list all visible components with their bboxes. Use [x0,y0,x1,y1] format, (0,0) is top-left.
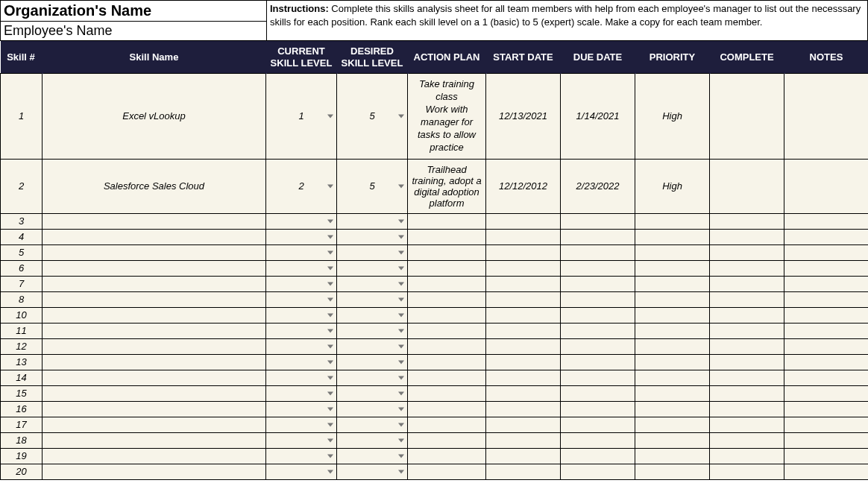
cell-complete[interactable] [710,307,784,323]
cell-due-date[interactable] [561,213,635,229]
dropdown-arrow-icon[interactable] [398,235,404,239]
cell-action-plan[interactable]: Take training classWork with manager for… [408,74,486,159]
cell-due-date[interactable] [561,323,635,338]
cell-start-date[interactable] [486,401,561,417]
cell-desired-level[interactable] [337,260,408,276]
cell-current-level[interactable] [266,260,337,276]
dropdown-arrow-icon[interactable] [327,391,333,395]
cell-complete[interactable] [710,159,784,213]
cell-priority[interactable] [635,417,710,432]
cell-complete[interactable] [710,244,784,260]
cell-priority[interactable] [635,276,710,291]
cell-due-date[interactable] [561,229,635,244]
cell-skill-number[interactable]: 12 [1,338,43,354]
cell-notes[interactable] [784,291,869,307]
cell-skill-name[interactable]: Salesforce Sales Cloud [43,159,266,213]
cell-priority[interactable] [635,464,710,479]
cell-complete[interactable] [710,448,784,464]
cell-priority[interactable] [635,370,710,385]
cell-current-level[interactable]: 2 [266,159,337,213]
cell-complete[interactable] [710,338,784,354]
cell-current-level[interactable] [266,401,337,417]
cell-notes[interactable] [784,307,869,323]
cell-desired-level[interactable] [337,244,408,260]
dropdown-arrow-icon[interactable] [398,313,404,317]
cell-skill-name[interactable] [43,260,266,276]
cell-action-plan[interactable] [408,229,486,244]
cell-due-date[interactable] [561,464,635,479]
cell-skill-number[interactable]: 1 [1,74,43,159]
cell-current-level[interactable] [266,291,337,307]
dropdown-arrow-icon[interactable] [398,438,404,442]
cell-complete[interactable] [710,260,784,276]
dropdown-arrow-icon[interactable] [327,407,333,411]
dropdown-arrow-icon[interactable] [398,219,404,223]
cell-priority[interactable] [635,323,710,338]
cell-start-date[interactable]: 12/12/2012 [486,159,561,213]
dropdown-arrow-icon[interactable] [398,282,404,285]
dropdown-arrow-icon[interactable] [327,344,333,348]
dropdown-arrow-icon[interactable] [398,423,404,426]
cell-start-date[interactable] [486,323,561,338]
cell-current-level[interactable] [266,417,337,432]
cell-skill-number[interactable]: 13 [1,354,43,370]
cell-desired-level[interactable] [337,323,408,338]
dropdown-arrow-icon[interactable] [398,454,404,458]
cell-action-plan[interactable]: Trailhead training, adopt a digital adop… [408,159,486,213]
cell-desired-level[interactable] [337,213,408,229]
cell-skill-number[interactable]: 10 [1,307,43,323]
cell-priority[interactable] [635,385,710,401]
cell-due-date[interactable]: 1/14/2021 [561,74,635,159]
dropdown-arrow-icon[interactable] [327,454,333,458]
cell-notes[interactable] [784,401,869,417]
cell-skill-name[interactable] [43,401,266,417]
cell-priority[interactable]: High [635,74,710,159]
cell-desired-level[interactable] [337,338,408,354]
cell-complete[interactable] [710,432,784,448]
cell-priority[interactable] [635,307,710,323]
cell-start-date[interactable] [486,370,561,385]
cell-action-plan[interactable] [408,464,486,479]
cell-skill-number[interactable]: 2 [1,159,43,213]
cell-desired-level[interactable] [337,401,408,417]
cell-priority[interactable] [635,229,710,244]
cell-notes[interactable] [784,159,869,213]
cell-action-plan[interactable] [408,385,486,401]
cell-action-plan[interactable] [408,417,486,432]
cell-due-date[interactable] [561,244,635,260]
cell-complete[interactable] [710,464,784,479]
cell-notes[interactable] [784,385,869,401]
cell-notes[interactable] [784,323,869,338]
cell-priority[interactable] [635,338,710,354]
cell-action-plan[interactable] [408,244,486,260]
cell-current-level[interactable] [266,354,337,370]
cell-current-level[interactable] [266,432,337,448]
cell-current-level[interactable] [266,229,337,244]
cell-skill-number[interactable]: 17 [1,417,43,432]
cell-skill-name[interactable] [43,354,266,370]
cell-due-date[interactable] [561,385,635,401]
cell-action-plan[interactable] [408,432,486,448]
cell-complete[interactable] [710,74,784,159]
dropdown-arrow-icon[interactable] [398,250,404,254]
cell-action-plan[interactable] [408,291,486,307]
cell-skill-number[interactable]: 3 [1,213,43,229]
cell-notes[interactable] [784,354,869,370]
cell-priority[interactable] [635,448,710,464]
cell-complete[interactable] [710,417,784,432]
cell-current-level[interactable] [266,464,337,479]
cell-current-level[interactable] [266,276,337,291]
dropdown-arrow-icon[interactable] [398,360,404,364]
cell-desired-level[interactable] [337,354,408,370]
cell-notes[interactable] [784,338,869,354]
cell-skill-name[interactable] [43,244,266,260]
dropdown-arrow-icon[interactable] [327,360,333,364]
cell-action-plan[interactable] [408,323,486,338]
cell-desired-level[interactable] [337,448,408,464]
dropdown-arrow-icon[interactable] [327,329,333,332]
cell-desired-level[interactable] [337,417,408,432]
cell-notes[interactable] [784,432,869,448]
cell-current-level[interactable] [266,213,337,229]
cell-desired-level[interactable] [337,432,408,448]
dropdown-arrow-icon[interactable] [327,438,333,442]
